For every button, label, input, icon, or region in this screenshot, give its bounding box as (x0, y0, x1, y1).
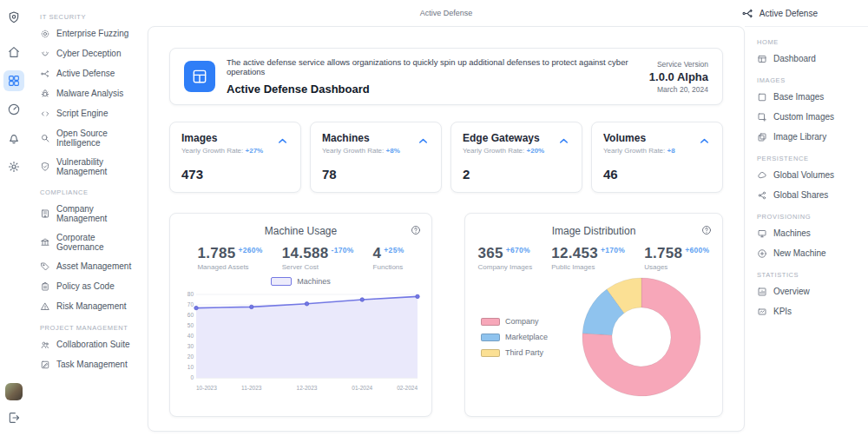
logout-icon (7, 411, 21, 425)
help-icon[interactable] (701, 223, 712, 234)
section-title-it-security: IT SECURITY (40, 13, 148, 21)
sidebar-item-script-engine[interactable]: Script Engine (28, 103, 148, 123)
logout-button[interactable] (3, 407, 24, 428)
sidebar-item-policy-as-code[interactable]: Policy as Code (28, 276, 148, 296)
stat-card-title: Images (181, 132, 289, 144)
chart-icon (757, 287, 767, 297)
dashboard-app-icon (184, 61, 215, 92)
sidebar-item-global-shares[interactable]: Global Shares (745, 185, 868, 205)
charts-row: Machine Usage 1.785+260%Managed Assets14… (169, 213, 723, 417)
gauge-icon (7, 102, 21, 116)
sidebar-item-global-volumes[interactable]: Global Volumes (745, 165, 868, 185)
active-defense-button[interactable]: Active Defense (741, 7, 818, 20)
nav-notifications[interactable] (3, 128, 24, 149)
machines-legend-label: Machines (297, 277, 331, 286)
sidebar-item-label: Base Images (773, 92, 824, 102)
window-columns-icon (191, 68, 208, 85)
image-distribution-title: Image Distribution (476, 225, 712, 237)
stat-card-value: 473 (181, 167, 203, 182)
svg-text:01-2024: 01-2024 (352, 385, 372, 391)
sidebar-item-dashboard[interactable]: Dashboard (745, 49, 868, 69)
metric-value: 365+670% (478, 245, 533, 262)
icon-rail (0, 0, 28, 436)
gear-icon (7, 160, 21, 174)
stat-growth-label: Yearly Growth Rate: (603, 147, 665, 155)
metric-label: Public Images (551, 263, 625, 271)
sidebar-item-base-images[interactable]: Base Images (745, 87, 868, 107)
sidebar-item-task-management[interactable]: Task Management (28, 354, 148, 374)
service-version-value: 1.0.0 Alpha (649, 70, 708, 83)
stat-growth-rate: Yearly Growth Rate: +8 (603, 147, 711, 155)
collapse-button[interactable] (417, 135, 430, 148)
window-icon (757, 54, 767, 64)
metric-delta: +260% (239, 246, 263, 254)
sidebar-item-machines[interactable]: Machines (745, 223, 868, 243)
stat-card-title: Volumes (603, 132, 711, 144)
sidebar-item-cyber-deception[interactable]: Cyber Deception (28, 43, 148, 63)
image-distribution-stats: 365+670%Company Images12.453+170%Public … (476, 245, 712, 271)
legend-label: Company (505, 317, 539, 326)
legend-item-third-party: Third Party (481, 348, 571, 357)
sidebar-item-enterprise-fuzzing[interactable]: Enterprise Fuzzing (28, 23, 148, 43)
svg-text:10: 10 (187, 364, 194, 370)
metric-delta: +670% (506, 246, 530, 254)
stat-growth-delta: +8 (667, 147, 675, 155)
sidebar-item-overview[interactable]: Overview (745, 281, 868, 301)
sidebar-item-kpis[interactable]: KPIs (745, 301, 868, 321)
stat-growth-delta: +20% (527, 147, 545, 155)
metric-delta: +600% (685, 246, 709, 254)
machine-usage-card: Machine Usage 1.785+260%Managed Assets14… (169, 213, 432, 417)
nav-home[interactable] (3, 42, 24, 63)
svg-text:30: 30 (187, 343, 194, 349)
user-avatar[interactable] (5, 383, 23, 400)
section-title-home: HOME (757, 38, 868, 46)
help-icon[interactable] (411, 223, 421, 234)
nav-apps[interactable] (3, 70, 24, 91)
sidebar-item-image-library[interactable]: Image Library (745, 127, 868, 147)
app-logo (3, 7, 24, 28)
metric-value: 4+25% (373, 245, 404, 262)
sidebar-item-collaboration-suite[interactable]: Collaboration Suite (28, 334, 148, 354)
shield-gear-icon (7, 10, 21, 24)
nav-settings[interactable] (3, 156, 24, 177)
sidebar-item-new-machine[interactable]: New Machine (745, 243, 868, 263)
image-distribution-body: CompanyMarketplaceThird Party (476, 273, 712, 401)
collapse-button[interactable] (557, 135, 570, 148)
donut-wrap (571, 273, 712, 401)
metric-label: Usages (644, 263, 709, 271)
sidebar-item-label: Corporate Governance (56, 233, 144, 252)
page-title: Active Defense (148, 9, 745, 17)
machine-usage-legend: Machines (181, 277, 421, 286)
collapse-button[interactable] (276, 135, 289, 148)
sidebar-item-asset-management[interactable]: Asset Management (28, 256, 148, 276)
sidebar-item-corporate-governance[interactable]: Corporate Governance (28, 228, 148, 256)
sidebar-item-label: Malware Analysis (56, 89, 123, 98)
home-icon (7, 45, 21, 59)
section-title-images: IMAGES (757, 76, 868, 84)
chevron-up-icon (276, 135, 289, 148)
sidebar-item-open-source-intelligence[interactable]: Open Source Intelligence (28, 123, 148, 152)
sidebar-item-active-defense[interactable]: Active Defense (28, 63, 148, 83)
sidebar-item-malware-analysis[interactable]: Malware Analysis (28, 83, 148, 103)
banner-title: Active Defense Dashboard (227, 83, 649, 96)
bug-icon (40, 89, 50, 99)
sidebar-item-label: Image Library (773, 132, 826, 142)
legend-swatch (481, 318, 500, 326)
sidebar-item-custom-images[interactable]: Custom Images (745, 107, 868, 127)
banner-description: The active defense service allows organi… (227, 57, 649, 76)
chevron-up-icon (557, 135, 570, 148)
sidebar-item-risk-management[interactable]: Risk Management (28, 296, 148, 316)
sidebar-item-label: Open Source Intelligence (56, 129, 144, 148)
sidebar-item-label: Machines (773, 228, 811, 238)
machine-usage-title: Machine Usage (181, 225, 421, 237)
stat-card-title: Edge Gateways (463, 132, 570, 144)
collapse-button[interactable] (698, 135, 711, 148)
stat-card-volumes: VolumesYearly Growth Rate: +846 (591, 122, 723, 193)
nav-monitoring[interactable] (3, 99, 24, 120)
stat-growth-delta: +27% (246, 147, 264, 155)
monitor-icon (757, 228, 767, 239)
kpi-icon (757, 307, 767, 317)
sidebar-item-company-management[interactable]: Company Management (28, 199, 148, 228)
cloud-icon (757, 170, 767, 181)
sidebar-item-vulnerability-management[interactable]: Vulnerability Management (28, 152, 148, 181)
